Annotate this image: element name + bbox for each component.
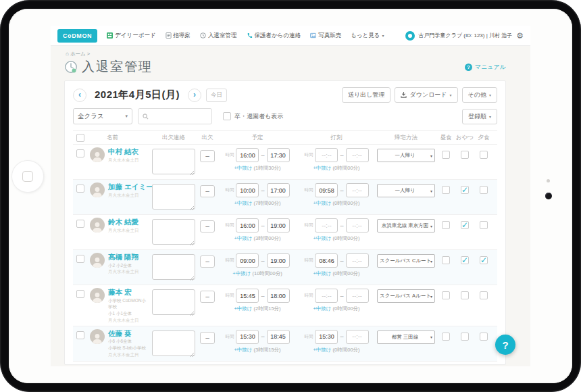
add-break-link[interactable]: +中抜け	[313, 165, 331, 171]
row-checkbox[interactable]	[76, 220, 84, 228]
menu-item-entry-exit[interactable]: 入退室管理	[200, 32, 237, 40]
stamp-end-input[interactable]: --:--	[346, 289, 369, 303]
search-box[interactable]	[138, 108, 212, 124]
checkbox-icon[interactable]	[223, 112, 231, 120]
prev-day-button[interactable]: ‹	[73, 89, 86, 102]
stamp-end-input[interactable]: --:--	[346, 253, 369, 268]
return-method-select[interactable]: 京浜東北線 東京方面 ▾	[377, 219, 435, 232]
add-break-link[interactable]: +中抜け	[313, 347, 331, 353]
return-method-select[interactable]: スクールバス Cルート ▾	[377, 254, 435, 268]
plan-start-input[interactable]: 15:45	[236, 289, 259, 303]
row-checkbox[interactable]	[76, 290, 84, 298]
menu-item-plans[interactable]: 指導案	[166, 32, 191, 40]
attendance-note-input[interactable]	[152, 149, 195, 174]
add-break-link[interactable]: +中抜け	[234, 165, 252, 171]
add-break-link[interactable]: +中抜け	[234, 235, 252, 241]
attendance-status-button[interactable]: –	[200, 255, 215, 268]
plan-start-input[interactable]: 16:00	[236, 148, 259, 162]
stamp-start-input[interactable]: --:--	[315, 148, 338, 162]
attendance-note-input[interactable]	[152, 289, 195, 315]
add-break-link[interactable]: +中抜け	[313, 200, 331, 206]
menu-item-photo-sales[interactable]: 写真販売	[310, 32, 341, 40]
lunch-checkbox[interactable]: ✓	[442, 333, 450, 341]
download-button[interactable]: ダウンロード ▾	[395, 87, 457, 103]
add-break-link[interactable]: +中抜け	[232, 270, 251, 276]
return-method-select[interactable]: 一人帰り ▾	[377, 149, 435, 162]
add-break-link[interactable]: +中抜け	[234, 305, 252, 312]
next-day-button[interactable]: ›	[188, 89, 201, 102]
lunch-checkbox[interactable]: ✓	[442, 151, 450, 159]
row-checkbox[interactable]	[76, 185, 84, 193]
today-button[interactable]: 今日	[206, 89, 227, 102]
student-name-link[interactable]: 佐藤 葵	[108, 329, 150, 339]
dinner-checkbox[interactable]: ✓	[480, 291, 488, 299]
menu-item-more[interactable]: もっと見る ▾	[351, 32, 384, 40]
student-name-link[interactable]: 加藤 エイミー	[108, 182, 150, 192]
student-name-link[interactable]: 鈴木 結愛	[108, 218, 150, 227]
return-method-select[interactable]: スクールバス Aルート ▾	[377, 289, 435, 303]
attendance-status-button[interactable]: –	[200, 220, 215, 232]
search-input[interactable]	[151, 113, 207, 120]
row-checkbox[interactable]	[76, 331, 84, 339]
stamp-end-input[interactable]: --:--	[346, 330, 369, 344]
plan-end-input[interactable]: 19:00	[267, 253, 290, 268]
snack-checkbox[interactable]: ✓	[461, 333, 469, 341]
lunch-checkbox[interactable]: ✓	[442, 186, 450, 194]
class-filter-select[interactable]: 全クラス▾	[73, 108, 132, 124]
stamp-end-input[interactable]: --:--	[346, 148, 369, 162]
menu-item-parent-contact[interactable]: 保護者からの連絡	[247, 32, 301, 40]
dinner-checkbox[interactable]: ✓	[480, 333, 488, 341]
return-method-select[interactable]: 都営 三田線 ▾	[377, 330, 435, 344]
lunch-checkbox[interactable]: ✓	[442, 221, 450, 229]
snack-checkbox[interactable]: ✓	[461, 186, 469, 194]
account-area[interactable]: 古戸門学童クラブ (ID: 123) | 川村 浩子 ⚙	[405, 31, 524, 41]
snack-checkbox[interactable]: ✓	[461, 221, 469, 229]
snack-checkbox[interactable]: ✓	[461, 291, 469, 299]
snack-checkbox[interactable]: ✓	[461, 151, 469, 159]
attendance-note-input[interactable]	[152, 184, 195, 210]
add-break-link[interactable]: +中抜け	[234, 347, 252, 353]
attendance-status-button[interactable]: –	[200, 150, 215, 162]
plan-end-input[interactable]: 17:30	[267, 148, 290, 162]
plan-end-input[interactable]: 18:45	[267, 330, 290, 344]
stamp-end-input[interactable]: --:--	[346, 183, 369, 197]
row-checkbox[interactable]	[76, 149, 84, 157]
plan-end-input[interactable]: 19:00	[267, 218, 290, 232]
add-break-link[interactable]: +中抜け	[313, 235, 331, 241]
dinner-checkbox[interactable]: ✓	[480, 151, 488, 159]
attendance-status-button[interactable]: –	[200, 291, 215, 303]
student-name-link[interactable]: 中村 結衣	[108, 147, 150, 157]
dinner-checkbox[interactable]: ✓	[480, 221, 488, 229]
select-all-checkbox[interactable]	[76, 134, 84, 142]
manual-link[interactable]: ? マニュアル	[465, 63, 506, 72]
codmon-logo[interactable]: CoDMON	[57, 29, 97, 43]
send-out-button[interactable]: 送り出し管理	[342, 87, 390, 103]
others-button[interactable]: その他▾	[462, 87, 497, 103]
help-fab-button[interactable]: ?	[495, 335, 515, 355]
stamp-end-input[interactable]: --:--	[346, 218, 369, 232]
attendance-note-input[interactable]	[152, 330, 195, 356]
student-name-link[interactable]: 藤本 宏	[108, 288, 150, 297]
student-name-link[interactable]: 髙橋 陽翔	[108, 253, 150, 262]
add-break-link[interactable]: +中抜け	[234, 200, 252, 206]
plan-start-input[interactable]: 16:00	[236, 218, 259, 232]
plan-end-input[interactable]: 17:00	[267, 183, 290, 197]
attendance-note-input[interactable]	[152, 219, 195, 245]
breadcrumb[interactable]: ⌂ ホーム >	[66, 51, 530, 57]
plan-start-input[interactable]: 10:00	[236, 183, 259, 197]
stamp-start-input[interactable]: --:--	[315, 218, 338, 232]
menu-item-dailyboard[interactable]: デイリーボード	[107, 32, 156, 40]
attendance-status-button[interactable]: –	[200, 185, 215, 197]
plan-end-input[interactable]: 18:00	[267, 289, 290, 303]
stamp-start-input[interactable]: 09:58	[315, 183, 338, 197]
return-method-select[interactable]: 一人帰り ▾	[377, 184, 435, 197]
lunch-checkbox[interactable]: ✓	[442, 256, 450, 264]
show-graduates-checkbox[interactable]: 卒・退園者も表示	[223, 112, 283, 121]
stamp-start-input[interactable]: 08:46	[315, 253, 338, 268]
attendance-note-input[interactable]	[152, 254, 195, 280]
row-checkbox[interactable]	[76, 255, 84, 263]
add-break-link[interactable]: +中抜け	[313, 305, 331, 312]
dinner-checkbox[interactable]: ✓	[480, 186, 488, 194]
plan-start-input[interactable]: 09:00	[236, 253, 259, 268]
sort-order-button[interactable]: 登録順▾	[462, 109, 497, 124]
